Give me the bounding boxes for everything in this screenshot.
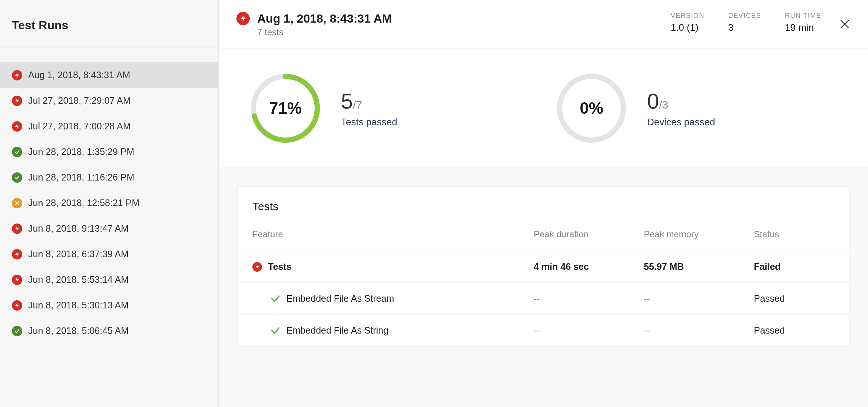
stat-devices-label: DEVICES	[728, 12, 761, 20]
col-status: Status	[739, 229, 849, 251]
peak-duration-cell: 4 min 46 sec	[519, 251, 629, 283]
run-item[interactable]: Jun 8, 2018, 5:06:45 AM	[0, 318, 218, 344]
run-item-label: Aug 1, 2018, 8:43:31 AM	[28, 70, 130, 80]
run-item-label: Jun 8, 2018, 5:30:13 AM	[28, 300, 129, 311]
bolt-icon	[12, 249, 22, 259]
check-icon	[12, 147, 22, 157]
stat-version-value: 1.0 (1)	[671, 22, 705, 33]
sidebar-title: Test Runs	[12, 19, 206, 32]
run-title: Aug 1, 2018, 8:43:31 AM	[257, 12, 392, 26]
run-item[interactable]: Jun 8, 2018, 9:13:47 AM	[0, 216, 218, 241]
run-item[interactable]: Jun 8, 2018, 5:30:13 AM	[0, 292, 218, 318]
col-peak-duration: Peak duration	[519, 229, 629, 251]
check-icon	[270, 325, 281, 336]
bolt-icon	[12, 70, 22, 80]
run-item-label: Jun 8, 2018, 9:13:47 AM	[28, 223, 129, 234]
run-item-label: Jul 27, 2018, 7:29:07 AM	[28, 95, 131, 106]
peak-duration-cell: --	[519, 283, 629, 315]
check-icon	[12, 172, 22, 183]
devices-fraction: 0/3	[647, 89, 715, 113]
check-icon	[270, 294, 281, 304]
feature-cell: Embedded File As Stream	[252, 293, 504, 304]
devices-denom: /3	[659, 99, 668, 111]
metric-tests: 71% 5/7 Tests passed	[248, 71, 532, 145]
table-row[interactable]: Embedded File As Stream----Passed	[238, 283, 849, 315]
stat-version: VERSION 1.0 (1)	[671, 12, 705, 33]
stat-devices-value: 3	[728, 22, 761, 33]
devices-caption: Devices passed	[647, 116, 715, 128]
tests-denom: /7	[353, 99, 362, 111]
run-item[interactable]: Jul 27, 2018, 7:29:07 AM	[0, 88, 218, 113]
run-item[interactable]: Aug 1, 2018, 8:43:31 AM	[0, 62, 218, 88]
app-root: Test Runs Aug 1, 2018, 8:43:31 AMJul 27,…	[0, 0, 868, 407]
tests-caption: Tests passed	[341, 116, 397, 128]
metric-tests-text: 5/7 Tests passed	[341, 89, 397, 128]
header-stats: VERSION 1.0 (1) DEVICES 3 RUN TIME 19 mi…	[671, 12, 821, 33]
x-icon	[12, 198, 22, 208]
peak-duration-cell: --	[519, 315, 629, 347]
run-item[interactable]: Jun 28, 2018, 12:58:21 PM	[0, 190, 218, 216]
stat-devices: DEVICES 3	[728, 12, 761, 33]
status-cell: Passed	[739, 283, 849, 315]
metric-devices: 0% 0/3 Devices passed	[554, 71, 838, 145]
run-subtitle: 7 tests	[257, 27, 392, 37]
run-list: Aug 1, 2018, 8:43:31 AMJul 27, 2018, 7:2…	[0, 47, 218, 344]
run-item-label: Jul 27, 2018, 7:00:28 AM	[28, 121, 131, 132]
feature-cell: Embedded File As String	[252, 325, 504, 336]
metric-devices-text: 0/3 Devices passed	[647, 89, 715, 128]
detail-header: Aug 1, 2018, 8:43:31 AM 7 tests VERSION …	[219, 0, 868, 49]
run-item-label: Jun 8, 2018, 5:53:14 AM	[28, 274, 129, 285]
sidebar: Test Runs Aug 1, 2018, 8:43:31 AMJul 27,…	[0, 0, 219, 407]
peak-memory-cell: --	[629, 283, 739, 315]
feature-name: Embedded File As String	[286, 325, 388, 336]
main: Aug 1, 2018, 8:43:31 AM 7 tests VERSION …	[219, 0, 868, 407]
tests-card: Tests Feature Peak duration Peak memory …	[237, 186, 849, 347]
run-item[interactable]: Jun 8, 2018, 6:37:39 AM	[0, 241, 218, 267]
bolt-icon	[236, 12, 250, 25]
status-cell: Passed	[739, 315, 849, 347]
header-title-block: Aug 1, 2018, 8:43:31 AM 7 tests	[257, 12, 392, 37]
check-icon	[12, 326, 22, 336]
run-item[interactable]: Jul 27, 2018, 7:00:28 AM	[0, 113, 218, 139]
run-item-label: Jun 28, 2018, 1:35:29 PM	[28, 146, 134, 157]
stat-runtime: RUN TIME 19 min	[785, 12, 821, 33]
run-item[interactable]: Jun 8, 2018, 5:53:14 AM	[0, 267, 218, 292]
bolt-icon	[12, 224, 22, 234]
stat-version-label: VERSION	[671, 12, 705, 20]
devices-ring: 0%	[554, 71, 629, 145]
metrics-row: 71% 5/7 Tests passed 0% 0/3 Device	[219, 49, 868, 168]
col-feature: Feature	[238, 229, 519, 251]
tests-num: 5	[341, 89, 353, 113]
tests-table: Feature Peak duration Peak memory Status…	[238, 229, 849, 347]
run-item[interactable]: Jun 28, 2018, 1:16:26 PM	[0, 165, 218, 190]
table-row[interactable]: Embedded File As String----Passed	[238, 315, 849, 347]
tests-percent: 71%	[248, 71, 322, 145]
stat-runtime-value: 19 min	[785, 22, 821, 33]
header-left: Aug 1, 2018, 8:43:31 AM 7 tests	[236, 12, 671, 37]
feature-name: Tests	[268, 261, 291, 272]
tests-card-title: Tests	[238, 187, 849, 229]
card-area: Tests Feature Peak duration Peak memory …	[219, 168, 868, 407]
peak-memory-cell: --	[629, 315, 739, 347]
feature-name: Embedded File As Stream	[286, 293, 394, 304]
bolt-icon	[12, 121, 22, 132]
close-button[interactable]	[839, 18, 850, 32]
bolt-icon	[12, 275, 22, 285]
run-item[interactable]: Jun 28, 2018, 1:35:29 PM	[0, 139, 218, 165]
run-item-label: Jun 8, 2018, 5:06:45 AM	[28, 325, 129, 336]
peak-memory-cell: 55.97 MB	[629, 251, 739, 283]
col-peak-memory: Peak memory	[629, 229, 739, 251]
devices-percent: 0%	[554, 71, 629, 145]
devices-num: 0	[647, 89, 659, 113]
close-icon	[839, 19, 850, 30]
table-row[interactable]: Tests4 min 46 sec55.97 MBFailed	[238, 251, 849, 283]
run-item-label: Jun 28, 2018, 12:58:21 PM	[28, 198, 139, 208]
bolt-icon	[12, 96, 22, 106]
sidebar-header: Test Runs	[0, 0, 218, 47]
stat-runtime-label: RUN TIME	[785, 12, 821, 20]
bolt-icon	[252, 262, 262, 272]
run-item-label: Jun 28, 2018, 1:16:26 PM	[28, 172, 134, 183]
run-item-label: Jun 8, 2018, 6:37:39 AM	[28, 249, 129, 259]
bolt-icon	[12, 300, 22, 311]
tests-ring: 71%	[248, 71, 322, 145]
